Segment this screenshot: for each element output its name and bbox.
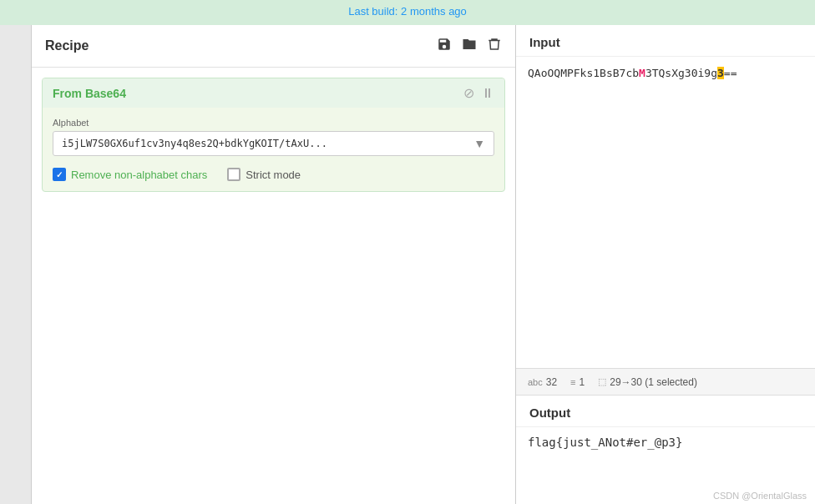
pause-icon[interactable]: ⏸	[481, 86, 494, 101]
input-middle: 3TQsXg30i9g	[645, 67, 717, 79]
status-bar: abc 32 ≡ 1 ⬚ 29→30 (1 selected)	[516, 368, 815, 395]
operation-controls: ⊘ ⏸	[463, 85, 494, 101]
strict-mode-label: Strict mode	[246, 169, 301, 181]
banner-text: Last build: 2 months ago	[348, 5, 467, 18]
operation-header: From Base64 ⊘ ⏸	[43, 78, 504, 108]
recipe-panel: Recipe	[32, 25, 516, 504]
input-highlight-g: 3	[717, 67, 724, 79]
input-prefix: QAoOQMPFks1BsB7cb	[528, 67, 639, 79]
operation-title: From Base64	[53, 87, 126, 100]
char-count: 32	[546, 376, 557, 388]
status-selection: ⬚ 29→30 (1 selected)	[598, 376, 697, 388]
operation-body: Alphabet i5jLW7S0GX6uf1cv3ny4q8es2Q+bdkY…	[43, 108, 504, 191]
remove-nonalphabet-checkbox-box	[53, 168, 66, 181]
lines-icon: ≡	[570, 377, 575, 387]
abc-icon: abc	[528, 377, 543, 387]
folder-icon[interactable]	[462, 37, 477, 55]
recipe-title: Recipe	[45, 38, 89, 53]
status-lines: ≡ 1	[570, 376, 585, 388]
alphabet-label: Alphabet	[53, 118, 494, 128]
output-section: Output flag{just_ANot#er_@p3} CSDN @Orie…	[516, 396, 815, 504]
ban-icon[interactable]: ⊘	[463, 85, 474, 101]
remove-nonalphabet-checkbox[interactable]: Remove non-alphabet chars	[53, 168, 207, 181]
top-banner: Last build: 2 months ago	[0, 0, 815, 25]
output-content[interactable]: flag{just_ANot#er_@p3}	[516, 427, 815, 487]
chevron-down-icon: ▼	[473, 137, 485, 150]
output-section-header: Output	[516, 396, 815, 427]
alphabet-dropdown[interactable]: i5jLW7S0GX6uf1cv3ny4q8es2Q+bdkYgKOIT/tAx…	[53, 131, 494, 156]
input-content[interactable]: QAoOQMPFks1BsB7cbM3TQsXg30i9g3==	[516, 57, 815, 368]
output-text: flag{just_ANot#er_@p3}	[528, 436, 682, 449]
line-count: 1	[580, 376, 585, 388]
left-sidebar-strip	[0, 25, 32, 504]
selection-range: 29→30 (1 selected)	[610, 376, 697, 388]
selection-icon: ⬚	[598, 376, 606, 387]
operation-card: From Base64 ⊘ ⏸ Alphabet i5jLW7S0GX6uf1c…	[42, 78, 505, 192]
checkboxes-row: Remove non-alphabet chars Strict mode	[53, 168, 494, 181]
input-section: Input QAoOQMPFks1BsB7cbM3TQsXg30i9g3== a…	[516, 25, 815, 396]
input-highlight-m: M	[639, 67, 645, 79]
right-panel: Input QAoOQMPFks1BsB7cbM3TQsXg30i9g3== a…	[516, 25, 815, 504]
watermark: CSDN @OrientalGlass	[516, 487, 815, 504]
remove-nonalphabet-label: Remove non-alphabet chars	[71, 169, 207, 181]
trash-icon[interactable]	[487, 37, 502, 55]
save-icon[interactable]	[437, 37, 452, 55]
input-section-header: Input	[516, 25, 815, 57]
recipe-header-icons	[437, 37, 502, 55]
strict-mode-checkbox-box	[227, 168, 240, 181]
input-suffix: ==	[724, 67, 737, 79]
alphabet-value: i5jLW7S0GX6uf1cv3ny4q8es2Q+bdkYgKOIT/tAx…	[62, 138, 327, 149]
main-layout: Recipe	[0, 25, 815, 504]
status-chars: abc 32	[528, 376, 557, 388]
strict-mode-checkbox[interactable]: Strict mode	[227, 168, 301, 181]
recipe-header: Recipe	[32, 25, 515, 68]
